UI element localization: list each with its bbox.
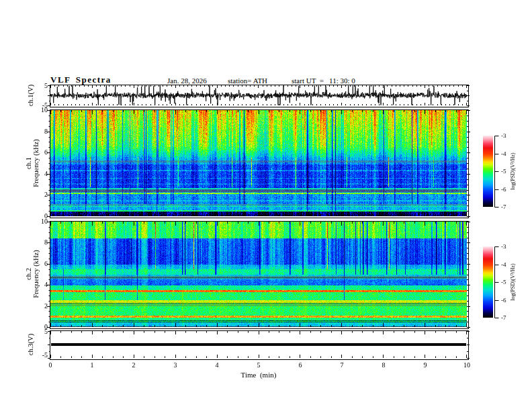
- x-tick-label: 0: [49, 362, 52, 369]
- colorbar-tick-label: -3: [501, 133, 506, 139]
- ch2-spectrogram-canvas: [50, 222, 467, 327]
- freq-tick-label: 2: [44, 303, 48, 310]
- panel-ch1-waveform: [50, 85, 469, 107]
- x-tick-label: 9: [424, 362, 427, 369]
- freq-tick-label: 8: [44, 128, 48, 135]
- ylabel-ch3-voltage: ch.3(V): [27, 334, 34, 355]
- x-tick-label: 6: [299, 362, 302, 369]
- ylabel-ch1-frequency: ch.1 Frequency (kHz): [25, 139, 40, 187]
- colorbar-ch1-canvas: [483, 136, 493, 207]
- colorbar-ch2-label: log(PSD)(V²/Hz): [511, 263, 516, 300]
- panel-ch1-spectrogram: [50, 109, 469, 218]
- ch1-spectrogram-canvas: [50, 110, 467, 216]
- x-tick-label: 8: [382, 362, 386, 369]
- panel-ch2-spectrogram: [50, 221, 469, 329]
- x-tick-label: 2: [132, 362, 136, 369]
- colorbar-tick-label: -6: [501, 297, 506, 303]
- x-tick-label: 3: [174, 362, 177, 369]
- ylabel-ch2-frequency-line2: Frequency (kHz): [32, 250, 40, 298]
- header-start-ut: start UT = 11: 30: 0: [292, 77, 355, 85]
- y-tick-label: -5: [42, 352, 48, 359]
- colorbar-ch2-canvas: [483, 246, 493, 318]
- colorbar-ch1: [483, 136, 493, 210]
- freq-tick-label: 6: [44, 261, 48, 267]
- header-station: station= ATH: [228, 77, 267, 85]
- freq-tick-label: 10: [41, 218, 48, 225]
- x-tick-label: 1: [91, 362, 94, 369]
- freq-tick-label: 8: [44, 239, 48, 246]
- ch1-waveform-canvas: [50, 85, 467, 105]
- xaxis-title: Time (min): [241, 371, 277, 379]
- colorbar-tick-label: -4: [501, 150, 506, 156]
- colorbar-tick-label: -5: [501, 169, 506, 175]
- ylabel-ch1-voltage: ch.1(V): [27, 85, 34, 106]
- vlf-spectra-plot: VLF Spectra Jan. 28, 2026 station= ATH s…: [0, 0, 532, 411]
- freq-tick-label: 2: [44, 191, 48, 198]
- colorbar-tick-label: -4: [501, 261, 506, 267]
- colorbar-tick-label: -5: [501, 279, 506, 285]
- x-tick-label: 5: [257, 362, 261, 369]
- y-tick-label: 5: [44, 83, 48, 89]
- colorbar-ch1-label: log(PSD)(V²/Hz): [511, 152, 516, 189]
- colorbar-tick-label: -7: [501, 204, 506, 210]
- ylabel-ch1-frequency-line2: Frequency (kHz): [32, 139, 40, 187]
- ylabel-ch2-frequency-line1: ch.2: [25, 250, 32, 298]
- freq-tick-label: 4: [44, 171, 48, 177]
- freq-tick-label: 6: [44, 149, 48, 156]
- freq-tick-label: 10: [41, 107, 48, 113]
- freq-tick-label: 4: [44, 281, 48, 288]
- plot-title: VLF Spectra: [50, 75, 112, 85]
- panel-ch3-waveform: [50, 330, 469, 360]
- x-tick-label: 10: [463, 362, 470, 369]
- ylabel-ch1-frequency-line1: ch.1: [25, 139, 32, 187]
- ylabel-ch2-frequency: ch.2 Frequency (kHz): [25, 250, 40, 298]
- freq-tick-label: 0: [44, 324, 48, 330]
- colorbar-tick-label: -7: [501, 315, 506, 321]
- header-date: Jan. 28, 2026: [167, 77, 207, 85]
- colorbar-tick-label: -3: [501, 244, 506, 250]
- x-tick-label: 7: [341, 362, 344, 369]
- x-tick-label: 4: [216, 362, 219, 369]
- colorbar-ch2: [483, 246, 493, 320]
- colorbar-tick-label: -6: [501, 186, 506, 192]
- ch3-waveform-canvas: [50, 331, 467, 358]
